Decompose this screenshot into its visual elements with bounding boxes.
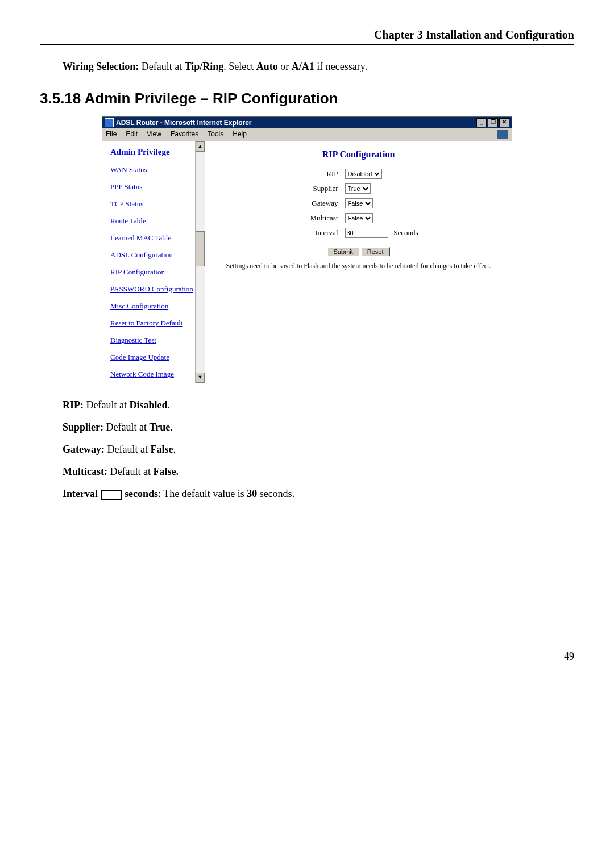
def-gateway-label: Gateway: — [63, 444, 105, 455]
sidebar-item-rip-config[interactable]: RIP Configuration — [102, 264, 205, 281]
menu-tools[interactable]: Tools — [208, 130, 223, 139]
def-rip-label: RIP: — [63, 399, 84, 411]
sidebar-item-wan-status[interactable]: WAN Status — [102, 161, 205, 178]
supplier-label: Supplier — [293, 184, 338, 193]
menu-file[interactable]: File — [106, 130, 117, 139]
menu-bar: File Edit View Favorites Tools Help — [102, 128, 512, 141]
sidebar-item-tcp-status[interactable]: TCP Status — [102, 195, 205, 212]
content-panel: RIP Configuration RIP Disabled Supplier — [205, 141, 512, 383]
settings-note: Settings need to be saved to Flash and t… — [211, 262, 506, 270]
submit-button[interactable]: Submit — [327, 247, 359, 256]
definitions: RIP: Default at Disabled. Supplier: Defa… — [63, 399, 574, 500]
sidebar-item-network-code-image[interactable]: Network Code Image — [102, 366, 205, 383]
screenshot-window: ADSL Router - Microsoft Internet Explore… — [102, 116, 512, 383]
sidebar: Admin Privilege WAN Status PPP Status TC… — [102, 141, 205, 383]
sidebar-item-learned-mac[interactable]: Learned MAC Table — [102, 229, 205, 247]
def-multicast-label: Multicast: — [63, 466, 107, 477]
menu-favorites[interactable]: Favorites — [171, 130, 198, 139]
interval-label: Interval — [293, 228, 338, 237]
close-button[interactable]: ✕ — [499, 118, 509, 127]
rip-select[interactable]: Disabled — [345, 169, 382, 179]
maximize-button[interactable]: ❐ — [488, 118, 498, 127]
section-heading: 3.5.18 Admin Privilege – RIP Configurati… — [40, 90, 574, 107]
sidebar-heading: Admin Privilege — [102, 141, 205, 161]
page-number: 49 — [564, 650, 574, 662]
sidebar-scrollbar[interactable]: ▲ ▼ — [195, 141, 205, 383]
ie-icon — [105, 118, 114, 127]
window-title: ADSL Router - Microsoft Internet Explore… — [116, 119, 251, 127]
menu-view[interactable]: View — [147, 130, 161, 139]
menu-edit[interactable]: Edit — [126, 130, 138, 139]
minimize-button[interactable]: _ — [476, 118, 487, 127]
chapter-title: Chapter 3 Installation and Configuration — [40, 28, 574, 44]
scroll-thumb[interactable] — [196, 231, 205, 266]
intro-prefix: Wiring Selection: — [63, 61, 139, 72]
rip-label: RIP — [293, 169, 338, 178]
ie-logo-icon — [497, 130, 508, 139]
reset-button[interactable]: Reset — [361, 247, 390, 256]
scroll-up-button[interactable]: ▲ — [196, 141, 205, 152]
def-supplier-label: Supplier: — [63, 422, 103, 433]
sidebar-item-code-image-update[interactable]: Code Image Update — [102, 349, 205, 366]
interval-input[interactable] — [345, 228, 388, 238]
scroll-down-button[interactable]: ▼ — [196, 373, 205, 383]
intro-paragraph: Wiring Selection: Default at Tip/Ring. S… — [63, 61, 574, 73]
multicast-label: Multicast — [293, 214, 338, 223]
sidebar-item-route-table[interactable]: Route Table — [102, 212, 205, 229]
content-title: RIP Configuration — [211, 149, 506, 160]
page-footer: 49 — [40, 648, 574, 662]
interval-box-icon — [101, 490, 122, 500]
def-interval-label: Interval — [63, 488, 101, 499]
sidebar-item-ppp-status[interactable]: PPP Status — [102, 178, 205, 195]
sidebar-item-password-config[interactable]: PASSWORD Configuration — [102, 281, 205, 298]
window-titlebar: ADSL Router - Microsoft Internet Explore… — [102, 117, 512, 128]
interval-unit: Seconds — [393, 228, 418, 237]
sidebar-item-misc-config[interactable]: Misc Configuration — [102, 298, 205, 315]
multicast-select[interactable]: False — [345, 213, 373, 223]
sidebar-item-diagnostic-test[interactable]: Diagnostic Test — [102, 332, 205, 349]
menu-help[interactable]: Help — [233, 130, 247, 139]
gateway-label: Gateway — [293, 199, 338, 208]
sidebar-item-reset-factory[interactable]: Reset to Factory Default — [102, 315, 205, 332]
supplier-select[interactable]: True — [345, 183, 371, 194]
header-rule — [40, 44, 574, 47]
gateway-select[interactable]: False — [345, 198, 373, 208]
scroll-track[interactable] — [196, 152, 205, 373]
sidebar-item-adsl-config[interactable]: ADSL Configuration — [102, 247, 205, 264]
